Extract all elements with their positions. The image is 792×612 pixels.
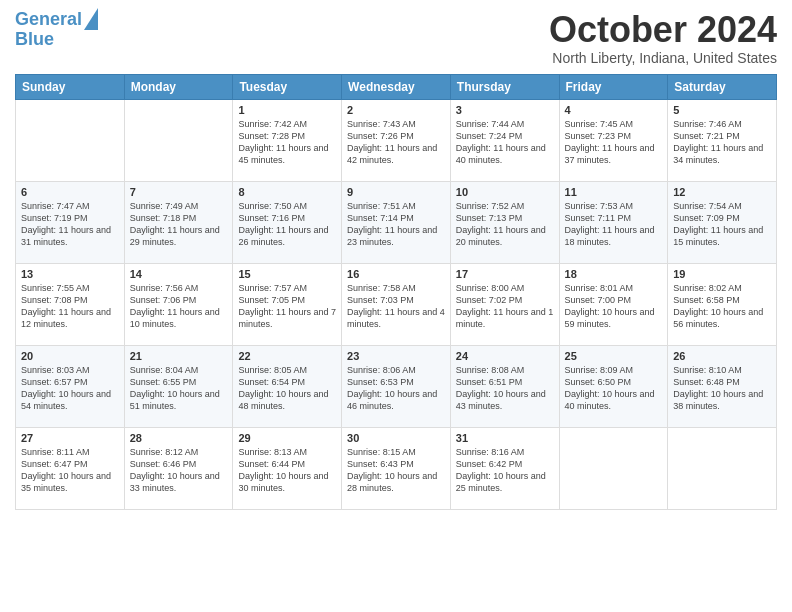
day-info: Sunrise: 7:46 AM Sunset: 7:21 PM Dayligh… xyxy=(673,118,771,167)
calendar-cell: 6Sunrise: 7:47 AM Sunset: 7:19 PM Daylig… xyxy=(16,181,125,263)
day-number: 31 xyxy=(456,432,554,444)
day-number: 1 xyxy=(238,104,336,116)
day-number: 20 xyxy=(21,350,119,362)
calendar-cell: 17Sunrise: 8:00 AM Sunset: 7:02 PM Dayli… xyxy=(450,263,559,345)
day-number: 21 xyxy=(130,350,228,362)
calendar-cell xyxy=(559,427,668,509)
calendar-cell: 9Sunrise: 7:51 AM Sunset: 7:14 PM Daylig… xyxy=(342,181,451,263)
day-info: Sunrise: 8:01 AM Sunset: 7:00 PM Dayligh… xyxy=(565,282,663,331)
day-header-wednesday: Wednesday xyxy=(342,74,451,99)
logo-text: General xyxy=(15,10,82,30)
title-block: October 2024 North Liberty, Indiana, Uni… xyxy=(549,10,777,66)
calendar-cell: 26Sunrise: 8:10 AM Sunset: 6:48 PM Dayli… xyxy=(668,345,777,427)
day-info: Sunrise: 7:49 AM Sunset: 7:18 PM Dayligh… xyxy=(130,200,228,249)
month-title: October 2024 xyxy=(549,10,777,50)
calendar-cell: 30Sunrise: 8:15 AM Sunset: 6:43 PM Dayli… xyxy=(342,427,451,509)
calendar-header-row: SundayMondayTuesdayWednesdayThursdayFrid… xyxy=(16,74,777,99)
logo: General Blue xyxy=(15,10,98,50)
calendar-cell: 8Sunrise: 7:50 AM Sunset: 7:16 PM Daylig… xyxy=(233,181,342,263)
day-info: Sunrise: 7:56 AM Sunset: 7:06 PM Dayligh… xyxy=(130,282,228,331)
day-number: 27 xyxy=(21,432,119,444)
day-info: Sunrise: 7:43 AM Sunset: 7:26 PM Dayligh… xyxy=(347,118,445,167)
calendar-cell: 20Sunrise: 8:03 AM Sunset: 6:57 PM Dayli… xyxy=(16,345,125,427)
calendar-cell: 12Sunrise: 7:54 AM Sunset: 7:09 PM Dayli… xyxy=(668,181,777,263)
day-info: Sunrise: 7:54 AM Sunset: 7:09 PM Dayligh… xyxy=(673,200,771,249)
calendar-cell: 10Sunrise: 7:52 AM Sunset: 7:13 PM Dayli… xyxy=(450,181,559,263)
day-info: Sunrise: 8:12 AM Sunset: 6:46 PM Dayligh… xyxy=(130,446,228,495)
day-number: 5 xyxy=(673,104,771,116)
day-header-sunday: Sunday xyxy=(16,74,125,99)
day-number: 23 xyxy=(347,350,445,362)
week-row-5: 27Sunrise: 8:11 AM Sunset: 6:47 PM Dayli… xyxy=(16,427,777,509)
calendar-cell: 31Sunrise: 8:16 AM Sunset: 6:42 PM Dayli… xyxy=(450,427,559,509)
day-header-saturday: Saturday xyxy=(668,74,777,99)
calendar-cell xyxy=(16,99,125,181)
calendar-cell: 23Sunrise: 8:06 AM Sunset: 6:53 PM Dayli… xyxy=(342,345,451,427)
day-info: Sunrise: 8:10 AM Sunset: 6:48 PM Dayligh… xyxy=(673,364,771,413)
week-row-2: 6Sunrise: 7:47 AM Sunset: 7:19 PM Daylig… xyxy=(16,181,777,263)
calendar-cell: 13Sunrise: 7:55 AM Sunset: 7:08 PM Dayli… xyxy=(16,263,125,345)
day-info: Sunrise: 7:45 AM Sunset: 7:23 PM Dayligh… xyxy=(565,118,663,167)
calendar-cell: 11Sunrise: 7:53 AM Sunset: 7:11 PM Dayli… xyxy=(559,181,668,263)
day-info: Sunrise: 8:06 AM Sunset: 6:53 PM Dayligh… xyxy=(347,364,445,413)
day-info: Sunrise: 8:03 AM Sunset: 6:57 PM Dayligh… xyxy=(21,364,119,413)
calendar-cell: 16Sunrise: 7:58 AM Sunset: 7:03 PM Dayli… xyxy=(342,263,451,345)
day-number: 25 xyxy=(565,350,663,362)
day-number: 7 xyxy=(130,186,228,198)
calendar-cell: 28Sunrise: 8:12 AM Sunset: 6:46 PM Dayli… xyxy=(124,427,233,509)
day-info: Sunrise: 7:57 AM Sunset: 7:05 PM Dayligh… xyxy=(238,282,336,331)
day-number: 9 xyxy=(347,186,445,198)
logo-triangle-icon xyxy=(84,8,98,30)
day-number: 13 xyxy=(21,268,119,280)
page: General Blue October 2024 North Liberty,… xyxy=(0,0,792,612)
day-number: 30 xyxy=(347,432,445,444)
day-number: 22 xyxy=(238,350,336,362)
day-number: 18 xyxy=(565,268,663,280)
day-number: 8 xyxy=(238,186,336,198)
calendar-cell: 4Sunrise: 7:45 AM Sunset: 7:23 PM Daylig… xyxy=(559,99,668,181)
day-number: 11 xyxy=(565,186,663,198)
day-number: 24 xyxy=(456,350,554,362)
day-info: Sunrise: 7:44 AM Sunset: 7:24 PM Dayligh… xyxy=(456,118,554,167)
day-info: Sunrise: 7:55 AM Sunset: 7:08 PM Dayligh… xyxy=(21,282,119,331)
week-row-4: 20Sunrise: 8:03 AM Sunset: 6:57 PM Dayli… xyxy=(16,345,777,427)
day-info: Sunrise: 7:51 AM Sunset: 7:14 PM Dayligh… xyxy=(347,200,445,249)
day-info: Sunrise: 8:13 AM Sunset: 6:44 PM Dayligh… xyxy=(238,446,336,495)
day-number: 6 xyxy=(21,186,119,198)
day-info: Sunrise: 8:00 AM Sunset: 7:02 PM Dayligh… xyxy=(456,282,554,331)
day-number: 17 xyxy=(456,268,554,280)
calendar-cell: 7Sunrise: 7:49 AM Sunset: 7:18 PM Daylig… xyxy=(124,181,233,263)
day-number: 4 xyxy=(565,104,663,116)
day-number: 16 xyxy=(347,268,445,280)
calendar-cell: 5Sunrise: 7:46 AM Sunset: 7:21 PM Daylig… xyxy=(668,99,777,181)
location: North Liberty, Indiana, United States xyxy=(549,50,777,66)
day-number: 10 xyxy=(456,186,554,198)
day-info: Sunrise: 8:05 AM Sunset: 6:54 PM Dayligh… xyxy=(238,364,336,413)
calendar-cell: 2Sunrise: 7:43 AM Sunset: 7:26 PM Daylig… xyxy=(342,99,451,181)
day-info: Sunrise: 7:47 AM Sunset: 7:19 PM Dayligh… xyxy=(21,200,119,249)
calendar-cell xyxy=(668,427,777,509)
calendar-cell: 18Sunrise: 8:01 AM Sunset: 7:00 PM Dayli… xyxy=(559,263,668,345)
day-info: Sunrise: 7:52 AM Sunset: 7:13 PM Dayligh… xyxy=(456,200,554,249)
calendar-cell: 15Sunrise: 7:57 AM Sunset: 7:05 PM Dayli… xyxy=(233,263,342,345)
day-info: Sunrise: 8:11 AM Sunset: 6:47 PM Dayligh… xyxy=(21,446,119,495)
calendar-cell xyxy=(124,99,233,181)
day-number: 12 xyxy=(673,186,771,198)
day-number: 15 xyxy=(238,268,336,280)
calendar-cell: 19Sunrise: 8:02 AM Sunset: 6:58 PM Dayli… xyxy=(668,263,777,345)
day-header-thursday: Thursday xyxy=(450,74,559,99)
day-info: Sunrise: 8:16 AM Sunset: 6:42 PM Dayligh… xyxy=(456,446,554,495)
week-row-3: 13Sunrise: 7:55 AM Sunset: 7:08 PM Dayli… xyxy=(16,263,777,345)
day-info: Sunrise: 8:15 AM Sunset: 6:43 PM Dayligh… xyxy=(347,446,445,495)
calendar-cell: 1Sunrise: 7:42 AM Sunset: 7:28 PM Daylig… xyxy=(233,99,342,181)
day-info: Sunrise: 8:09 AM Sunset: 6:50 PM Dayligh… xyxy=(565,364,663,413)
calendar-cell: 21Sunrise: 8:04 AM Sunset: 6:55 PM Dayli… xyxy=(124,345,233,427)
day-number: 26 xyxy=(673,350,771,362)
calendar: SundayMondayTuesdayWednesdayThursdayFrid… xyxy=(15,74,777,510)
day-info: Sunrise: 7:53 AM Sunset: 7:11 PM Dayligh… xyxy=(565,200,663,249)
day-number: 3 xyxy=(456,104,554,116)
day-number: 2 xyxy=(347,104,445,116)
day-info: Sunrise: 7:42 AM Sunset: 7:28 PM Dayligh… xyxy=(238,118,336,167)
calendar-cell: 22Sunrise: 8:05 AM Sunset: 6:54 PM Dayli… xyxy=(233,345,342,427)
calendar-cell: 27Sunrise: 8:11 AM Sunset: 6:47 PM Dayli… xyxy=(16,427,125,509)
